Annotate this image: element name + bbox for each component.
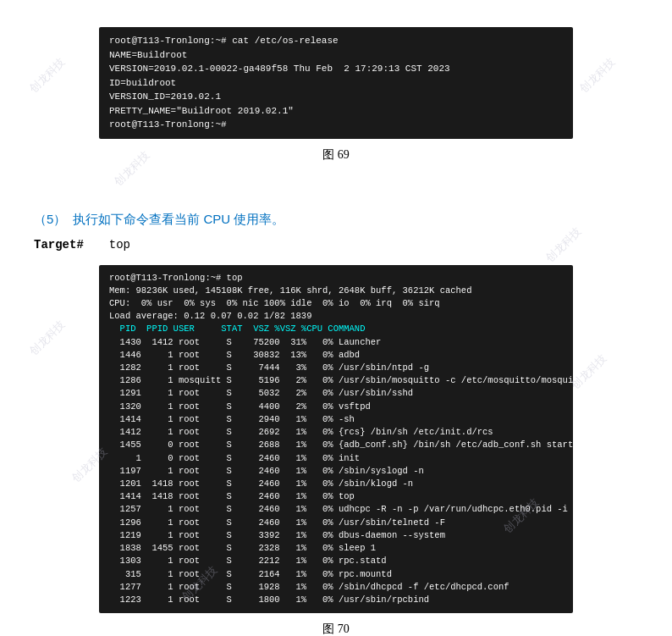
fig70-row4: 1286 1 mosquitt S 5196 2% 0% /usr/sbin/m… (109, 375, 616, 385)
page-content: root@T113-Tronlong:~# cat /etc/os-releas… (0, 0, 672, 636)
cmd5-command: top (109, 238, 130, 252)
fig69-line7: root@T113-Tronlong:~# (109, 119, 227, 130)
section5-heading: （5）执行如下命令查看当前 CPU 使用率。 (34, 212, 638, 228)
fig69-line1: root@T113-Tronlong:~# cat /etc/os-releas… (109, 36, 339, 46)
fig70-row7: 1414 1 root S 2940 1% 0% -sh (109, 414, 355, 424)
fig70-row3: 1282 1 root S 7444 3% 0% /usr/sbin/ntpd … (109, 362, 429, 373)
fig70-row18: 1303 1 root S 2212 1% 0% rpc.statd (109, 556, 387, 566)
fig70-row1: 1430 1412 root S 75200 31% 0% Launcher (109, 337, 381, 347)
fig70-row5: 1291 1 root S 5032 2% 0% /usr/sbin/sshd (109, 388, 413, 398)
fig70-row6: 1320 1 root S 4400 2% 0% vsftpd (109, 401, 371, 412)
fig70-row21: 1223 1 root S 1800 1% 0% /usr/sbin/rpcbi… (109, 595, 429, 605)
fig70-row8: 1412 1 root S 2692 1% 0% {rcs} /bin/sh /… (109, 427, 493, 437)
fig69-terminal-wrapper: root@T113-Tronlong:~# cat /etc/os-releas… (99, 27, 573, 139)
fig69-line3: VERSION=2019.02.1-00022-ga489f58 Thu Feb… (109, 64, 450, 74)
fig70-row19: 315 1 root S 2164 1% 0% rpc.mountd (109, 569, 392, 579)
fig70-header1: root@T113-Tronlong:~# top (109, 273, 243, 283)
section5-text: 执行如下命令查看当前 CPU 使用率。 (73, 212, 284, 226)
fig70-row12: 1201 1418 root S 2460 1% 0% /sbin/klogd … (109, 478, 413, 489)
fig70-row20: 1277 1 root S 1928 1% 0% /sbin/dhcpcd -f… (109, 582, 510, 592)
fig70-header4: Load average: 0.12 0.07 0.02 1/82 1839 (109, 311, 311, 321)
fig70-col-header: PID PPID USER STAT VSZ %VSZ %CPU COMMAND (109, 324, 365, 334)
fig70-row11: 1197 1 root S 2460 1% 0% /sbin/syslogd -… (109, 466, 424, 476)
fig70-row14: 1257 1 root S 2460 1% 0% udhcpc -R -n -p… (109, 504, 658, 514)
fig70-row9: 1455 0 root S 2688 1% 0% {adb_conf.sh} /… (109, 440, 573, 450)
fig69-caption: 图 69 (34, 147, 638, 163)
fig70-terminal-wrapper: root@T113-Tronlong:~# top Mem: 98236K us… (99, 265, 573, 614)
fig69-line5: VERSION_ID=2019.02.1 (109, 91, 221, 102)
fig70-row16: 1219 1 root S 3392 1% 0% dbus-daemon --s… (109, 530, 445, 540)
section5-number: （5） (34, 212, 66, 226)
fig70-header3: CPU: 0% usr 0% sys 0% nic 100% idle 0% i… (109, 298, 440, 308)
cmd5-label: Target# (34, 238, 84, 252)
fig70-caption: 图 70 (34, 622, 638, 636)
fig70-row15: 1296 1 root S 2460 1% 0% /usr/sbin/telne… (109, 517, 445, 528)
fig70-row17: 1838 1455 root S 2328 1% 0% sleep 1 (109, 543, 376, 553)
fig69-line4: ID=buildroot (109, 78, 176, 88)
fig69-line6: PRETTY_NAME="Buildroot 2019.02.1" (109, 106, 294, 116)
fig69-terminal: root@T113-Tronlong:~# cat /etc/os-releas… (99, 27, 573, 139)
cmd5-line: Target# top (34, 238, 638, 252)
fig70-header2: Mem: 98236K used, 145108K free, 116K shr… (109, 285, 471, 296)
fig70-row10: 1 0 root S 2460 1% 0% init (109, 453, 360, 463)
fig70-terminal: root@T113-Tronlong:~# top Mem: 98236K us… (99, 265, 573, 614)
fig70-row2: 1446 1 root S 30832 13% 0% adbd (109, 350, 360, 360)
fig69-line2: NAME=Buildroot (109, 50, 187, 60)
fig70-row13: 1414 1418 root S 2460 1% 0% top (109, 491, 355, 501)
